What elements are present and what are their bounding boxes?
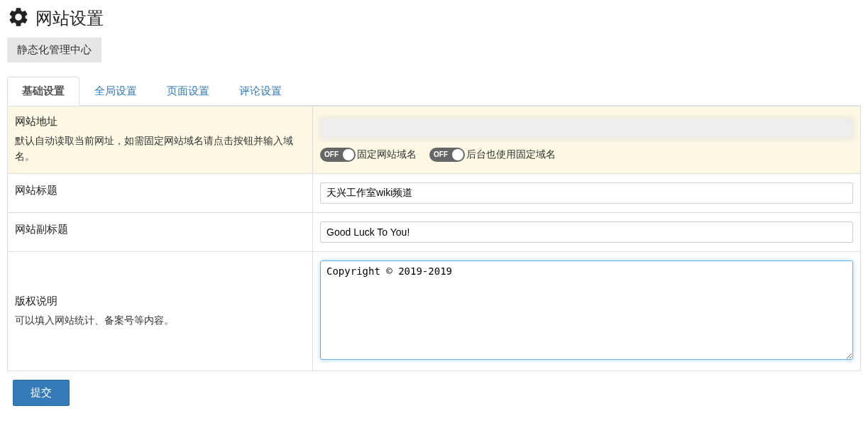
static-management-button[interactable]: 静态化管理中心 <box>7 38 101 62</box>
toggle-backend-fixed-label: 后台也使用固定域名 <box>466 148 556 161</box>
toggle-backend-fixed[interactable]: OFF <box>429 148 465 162</box>
toggle-group-fixed-domain: OFF 固定网站域名 <box>320 148 417 162</box>
toggle-fixed-domain-label: 固定网站域名 <box>357 148 417 161</box>
site-url-input[interactable] <box>320 118 853 139</box>
site-subtitle-input[interactable] <box>320 221 853 243</box>
submit-row: 提交 <box>7 371 861 415</box>
tab-global-settings[interactable]: 全局设置 <box>79 77 152 106</box>
gear-icon <box>7 6 30 31</box>
row-site-title: 网站标题 <box>8 173 861 212</box>
page-title: 网站设置 <box>35 7 104 30</box>
copyright-help: 可以填入网站统计、备案号等内容。 <box>15 312 305 328</box>
copyright-label: 版权说明 <box>15 295 305 308</box>
tabs: 基础设置 全局设置 页面设置 评论设置 <box>7 77 861 106</box>
toggle-knob <box>343 149 354 160</box>
toggle-state-text: OFF <box>324 150 339 158</box>
tab-basic-settings[interactable]: 基础设置 <box>7 77 79 106</box>
toggle-state-text: OFF <box>434 150 448 158</box>
toggle-knob <box>452 149 463 160</box>
toggle-fixed-domain[interactable]: OFF <box>320 148 356 162</box>
row-copyright: 版权说明 可以填入网站统计、备案号等内容。 <box>8 251 861 371</box>
site-subtitle-label: 网站副标题 <box>15 223 305 236</box>
row-site-url: 网站地址 默认自动读取当前网址，如需固定网站域名请点击按钮并输入域名。 OFF … <box>8 106 861 174</box>
tab-page-settings[interactable]: 页面设置 <box>152 77 224 106</box>
toggle-group-backend-fixed: OFF 后台也使用固定域名 <box>429 148 556 162</box>
tab-comment-settings[interactable]: 评论设置 <box>224 77 297 106</box>
settings-table: 网站地址 默认自动读取当前网址，如需固定网站域名请点击按钮并输入域名。 OFF … <box>7 106 861 371</box>
copyright-textarea[interactable] <box>320 260 853 360</box>
site-title-input[interactable] <box>320 182 853 204</box>
site-title-label: 网站标题 <box>15 184 305 197</box>
site-url-help: 默认自动读取当前网址，如需固定网站域名请点击按钮并输入域名。 <box>15 133 305 165</box>
submit-button[interactable]: 提交 <box>13 380 70 406</box>
toggle-row: OFF 固定网站域名 OFF 后台也使用固定域名 <box>320 148 853 162</box>
site-url-label: 网站地址 <box>15 115 305 128</box>
row-site-subtitle: 网站副标题 <box>8 212 861 251</box>
page-header: 网站设置 <box>7 6 861 31</box>
